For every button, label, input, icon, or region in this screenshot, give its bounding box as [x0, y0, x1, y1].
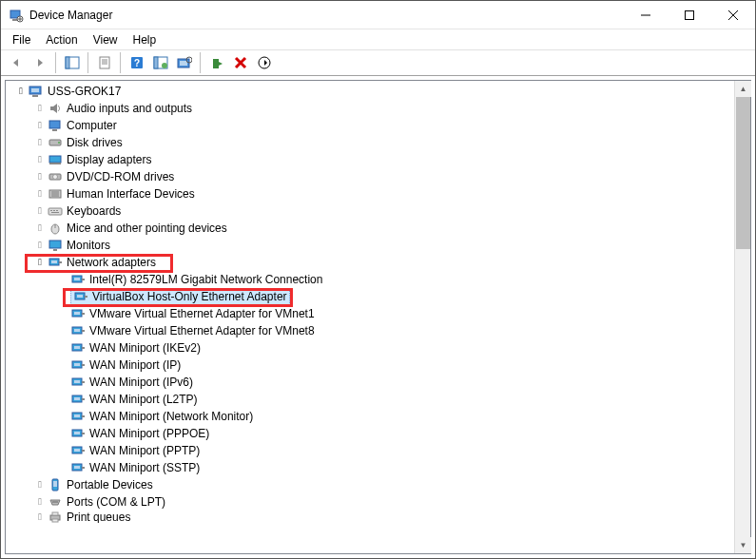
chevron-right-icon[interactable]:  [32, 220, 48, 237]
help-button[interactable]: ? [126, 52, 147, 73]
svg-point-17 [162, 63, 167, 68]
tree-item-label: Monitors [67, 237, 110, 254]
tree-item-wan-netmon[interactable]: WAN Miniport (Network Monitor) [10, 408, 734, 425]
tree-item-portable[interactable]:  Portable Devices [10, 476, 734, 493]
tree-item-network-adapters[interactable]:  Network adapters [10, 254, 734, 271]
tree-item-label: Keyboards [67, 202, 121, 220]
chevron-down-icon[interactable]:  [13, 83, 29, 100]
properties-button[interactable] [93, 52, 115, 73]
chevron-right-icon[interactable]:  [32, 202, 48, 220]
svg-rect-26 [31, 88, 39, 92]
tree-item-label: Intel(R) 82579LM Gigabit Network Connect… [89, 271, 322, 288]
chevron-right-icon[interactable]:  [32, 100, 48, 117]
tree-item-monitors[interactable]:  Monitors [10, 237, 734, 254]
menu-view[interactable]: View [86, 31, 126, 48]
speaker-icon [48, 101, 63, 116]
chevron-right-icon[interactable]:  [32, 117, 48, 134]
tree-item-keyboards[interactable]:  Keyboards [10, 202, 734, 220]
svg-point-79 [56, 501, 58, 503]
svg-rect-54 [77, 295, 83, 298]
computer-icon [29, 84, 44, 99]
chevron-right-icon[interactable]:  [32, 134, 48, 151]
tree-item-print-queues[interactable]:  Print queues [10, 511, 734, 523]
menu-action[interactable]: Action [38, 31, 85, 48]
svg-rect-27 [32, 95, 38, 97]
tree-item-display[interactable]:  Display adapters [10, 151, 734, 168]
svg-rect-70 [74, 432, 80, 434]
device-tree[interactable]:  USS-GROK17  Audio inputs and outputs … [6, 81, 734, 553]
toolbar-separator [200, 52, 201, 73]
chevron-right-icon[interactable]:  [32, 151, 48, 168]
svg-rect-32 [49, 156, 61, 163]
maximize-button[interactable] [668, 1, 711, 29]
chevron-right-icon[interactable]:  [32, 237, 48, 254]
tree-item-hid[interactable]:  Human Interface Devices [10, 185, 734, 202]
network-adapter-icon [70, 409, 86, 424]
show-hide-tree-button[interactable] [61, 52, 83, 73]
keyboard-icon [48, 203, 63, 219]
toolbar: ? [1, 49, 755, 76]
svg-rect-43 [56, 210, 58, 211]
tree-item-wan-ip[interactable]: WAN Miniport (IP) [10, 357, 734, 374]
back-button[interactable] [5, 52, 27, 73]
tree-item-wan-sstp[interactable]: WAN Miniport (SSTP) [10, 459, 734, 476]
tree-item-vmnet1[interactable]: VMware Virtual Ethernet Adapter for VMne… [10, 305, 734, 322]
tree-item-intel-nic[interactable]: Intel(R) 82579LM Gigabit Network Connect… [10, 271, 734, 288]
tree-item-virtualbox-adapter[interactable]: VirtualBox Host-Only Ethernet Adapter [10, 288, 734, 305]
scroll-up-button[interactable]: ▲ [735, 81, 751, 97]
tree-item-wan-pptp[interactable]: WAN Miniport (PPTP) [10, 442, 734, 459]
menu-file[interactable]: File [5, 31, 38, 48]
vertical-scrollbar[interactable]: ▲ ▼ [734, 81, 750, 553]
tree-item-label: WAN Miniport (SSTP) [89, 459, 200, 476]
tree-item-label: WAN Miniport (IP) [89, 357, 181, 374]
tree-item-ports[interactable]:  Ports (COM & LPT) [10, 493, 734, 511]
svg-rect-81 [52, 512, 58, 515]
tree-item-wan-l2tp[interactable]: WAN Miniport (L2TP) [10, 391, 734, 408]
svg-rect-28 [49, 121, 60, 128]
svg-rect-62 [74, 363, 80, 366]
tree-item-disk[interactable]:  Disk drives [10, 134, 734, 151]
svg-rect-29 [52, 129, 57, 131]
toolbar-separator [55, 52, 56, 73]
mouse-icon [48, 221, 63, 236]
chevron-right-icon[interactable]:  [32, 493, 48, 511]
minimize-button[interactable] [624, 1, 668, 29]
chevron-right-icon[interactable]:  [32, 185, 48, 202]
forward-button[interactable] [29, 52, 50, 73]
scroll-down-button[interactable]: ▼ [735, 537, 751, 553]
tree-item-label: Print queues [67, 511, 130, 523]
tree-item-dvd[interactable]:  DVD/CD-ROM drives [10, 168, 734, 185]
chevron-right-icon[interactable]:  [32, 168, 48, 185]
tree-item-mice[interactable]:  Mice and other pointing devices [10, 220, 734, 237]
menu-help[interactable]: Help [126, 31, 165, 48]
tree-item-wan-ipv6[interactable]: WAN Miniport (IPv6) [10, 374, 734, 391]
tree-item-vmnet8[interactable]: VMware Virtual Ethernet Adapter for VMne… [10, 322, 734, 339]
network-adapter-icon [70, 392, 86, 407]
svg-rect-48 [53, 249, 57, 251]
window-title: Device Manager [29, 9, 112, 22]
scan-hardware-button[interactable] [173, 52, 195, 73]
tree-item-label: WAN Miniport (PPPOE) [89, 425, 209, 442]
tree-item-wan-pppoe[interactable]: WAN Miniport (PPPOE) [10, 425, 734, 442]
tree-item-computer[interactable]:  Computer [10, 117, 734, 134]
enable-device-button[interactable] [205, 52, 227, 73]
tree-item-label: Ports (COM & LPT) [67, 493, 165, 511]
tree-item-wan-ikev2[interactable]: WAN Miniport (IKEv2) [10, 339, 734, 357]
monitor-icon [48, 238, 63, 253]
tree-item-audio[interactable]:  Audio inputs and outputs [10, 100, 734, 117]
close-button[interactable] [711, 1, 755, 29]
svg-rect-41 [50, 210, 52, 211]
update-driver-button[interactable] [149, 52, 171, 73]
disable-device-button[interactable] [253, 52, 275, 73]
tree-item-label: DVD/CD-ROM drives [67, 168, 174, 185]
chevron-right-icon[interactable]:  [32, 476, 48, 493]
chevron-down-icon[interactable]:  [32, 254, 48, 271]
svg-rect-16 [154, 57, 158, 68]
tree-item-label: Audio inputs and outputs [67, 100, 192, 117]
tree-root[interactable]:  USS-GROK17 [10, 83, 734, 100]
svg-rect-52 [74, 278, 80, 280]
svg-point-31 [58, 142, 60, 144]
uninstall-device-button[interactable] [229, 52, 251, 73]
chevron-right-icon[interactable]:  [32, 511, 48, 523]
scroll-thumb[interactable] [736, 97, 750, 249]
